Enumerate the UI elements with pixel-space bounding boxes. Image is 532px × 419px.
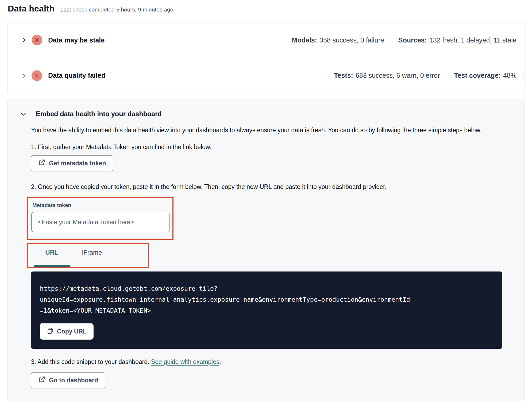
step1-text: 1. First, gather your Metadata Token you…	[31, 143, 502, 151]
sources-stat: Sources: 132 fresh, 1 delayed, 11 stale	[398, 36, 516, 44]
code-line: https://metadata.cloud.getdbt.com/exposu…	[40, 283, 493, 294]
metadata-token-input[interactable]	[31, 212, 169, 232]
tabs-row: URL iFrame	[27, 243, 502, 264]
copy-url-button[interactable]: Copy URL	[40, 323, 94, 340]
embed-url-code-block: https://metadata.cloud.getdbt.com/exposu…	[31, 271, 502, 349]
stat-divider	[391, 35, 391, 45]
stat-label: Models:	[292, 36, 317, 44]
step3-text-before: 3. Add this code snippet to your dashboa…	[31, 358, 151, 365]
button-label: Copy URL	[57, 328, 87, 335]
button-label: Go to dashboard	[49, 377, 98, 384]
last-check-status: Last check completed 5 hours, 9 minutes …	[60, 6, 175, 13]
tab-url[interactable]: URL	[32, 243, 72, 264]
status-row-data-stale[interactable]: Data may be stale Models: 358 success, 0…	[7, 22, 525, 58]
embed-description: You have the ability to embed this data …	[31, 125, 489, 135]
go-to-dashboard-button[interactable]: Go to dashboard	[31, 372, 105, 388]
output-format-tabs: URL iFrame	[27, 243, 502, 268]
status-row-stats: Tests: 683 success, 6 warn, 0 error Test…	[334, 71, 516, 81]
chevron-right-icon[interactable]	[20, 72, 27, 79]
status-panel: Data may be stale Models: 358 success, 0…	[7, 22, 525, 93]
code-line: =1&token=<YOUR_METADATA_TOKEN>	[40, 305, 493, 316]
models-stat: Models: 358 success, 0 failure	[292, 36, 384, 44]
stat-value: 48%	[503, 72, 516, 79]
external-link-icon	[38, 159, 45, 168]
step3-text: 3. Add this code snippet to your dashboa…	[31, 358, 502, 366]
chevron-down-icon[interactable]	[20, 110, 27, 118]
copy-icon	[47, 327, 53, 336]
stat-label: Tests:	[334, 72, 353, 79]
stat-label: Sources:	[398, 36, 427, 44]
chevron-right-icon[interactable]	[20, 37, 27, 44]
page-title: Data health	[8, 4, 55, 14]
external-link-icon	[38, 376, 45, 385]
stat-value: 358 success, 0 failure	[319, 36, 384, 44]
data-health-page: Data health Last check completed 5 hours…	[0, 0, 532, 400]
code-line: uniqueId=exposure.fishtown_internal_anal…	[40, 294, 493, 305]
stat-value: 132 fresh, 1 delayed, 11 stale	[429, 36, 516, 44]
status-row-data-quality[interactable]: Data quality failed Tests: 683 success, …	[7, 58, 525, 93]
stat-divider	[447, 71, 447, 81]
tests-stat: Tests: 683 success, 6 warn, 0 error	[334, 72, 440, 79]
step2-text: 2. Once you have copied your token, past…	[31, 183, 502, 191]
status-row-title: Data may be stale	[48, 36, 105, 44]
status-row-stats: Models: 358 success, 0 failure Sources: …	[292, 35, 516, 45]
status-row-title: Data quality failed	[48, 72, 105, 79]
annotation-box-token: Metadata token	[27, 197, 174, 240]
embed-panel-title: Embed data health into your dashboard	[36, 110, 162, 118]
error-x-circle-icon	[32, 70, 42, 81]
guide-examples-link[interactable]: See guide with examples	[151, 358, 219, 365]
page-header: Data health Last check completed 5 hours…	[7, 4, 525, 14]
embed-panel: Embed data health into your dashboard Yo…	[7, 99, 525, 400]
button-label: Get metadata token	[49, 160, 106, 167]
error-x-circle-icon	[32, 35, 42, 45]
stat-value: 683 success, 6 warn, 0 error	[356, 72, 440, 79]
step3-text-after: .	[219, 358, 221, 365]
tab-iframe[interactable]: iFrame	[72, 243, 112, 264]
stat-label: Test coverage:	[454, 72, 501, 79]
coverage-stat: Test coverage: 48%	[454, 72, 516, 79]
embed-panel-header[interactable]: Embed data health into your dashboard	[20, 110, 502, 118]
metadata-token-label: Metadata token	[32, 202, 172, 208]
get-metadata-token-button[interactable]: Get metadata token	[31, 155, 113, 171]
